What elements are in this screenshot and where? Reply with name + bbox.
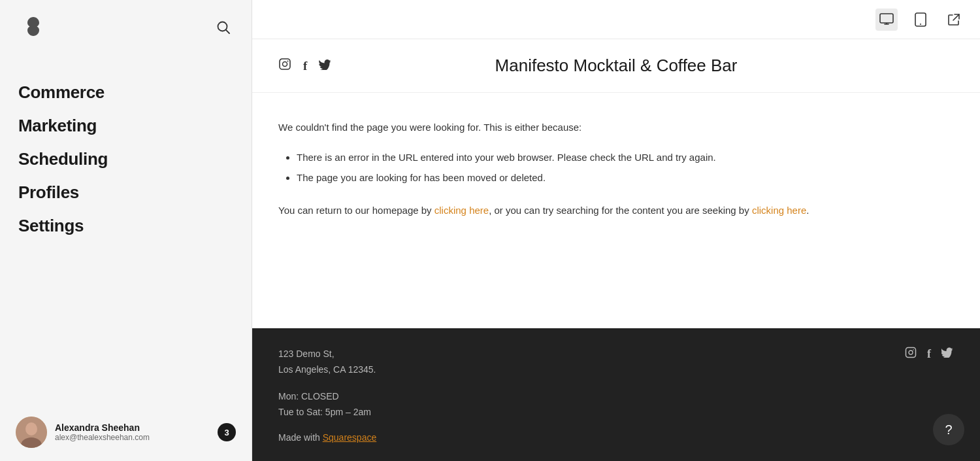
svg-point-16 — [909, 350, 913, 354]
avatar — [16, 417, 47, 448]
error-intro: We couldn't find the page you were looki… — [278, 119, 954, 136]
footer-twitter-icon[interactable] — [941, 347, 954, 361]
sidebar-item-profiles[interactable]: Profiles — [18, 176, 233, 209]
footer-instagram-icon[interactable] — [905, 347, 917, 362]
facebook-icon[interactable]: f — [303, 59, 307, 73]
cta-prefix: You can return to our homepage by — [278, 205, 434, 216]
footer-made-with: Made with Squarespace — [278, 432, 376, 443]
cta-link-1[interactable]: clicking here — [434, 205, 489, 216]
desktop-view-button[interactable] — [875, 9, 898, 31]
footer-facebook-icon[interactable]: f — [927, 347, 931, 361]
address-line2: Los Angeles, CA 12345. — [278, 364, 376, 375]
svg-rect-6 — [880, 14, 893, 23]
svg-point-13 — [283, 62, 287, 67]
made-with-prefix: Made with — [278, 432, 323, 443]
site-header: f Manifesto Mocktail & Coffee Bar — [252, 39, 980, 93]
squarespace-link[interactable]: Squarespace — [323, 432, 377, 443]
sidebar-item-scheduling[interactable]: Scheduling — [18, 143, 233, 176]
cta-suffix: . — [806, 205, 809, 216]
svg-point-4 — [25, 422, 37, 435]
site-footer: 123 Demo St, Los Angeles, CA 12345. Mon:… — [252, 328, 980, 461]
svg-rect-15 — [906, 347, 916, 357]
error-reason-1: There is an error in the URL entered int… — [297, 149, 954, 166]
footer-social-icons: f — [905, 347, 954, 362]
sidebar-top — [0, 0, 252, 56]
error-reasons: There is an error in the URL entered int… — [278, 149, 954, 186]
sidebar-item-settings[interactable]: Settings — [18, 209, 233, 243]
site-title: Manifesto Mocktail & Coffee Bar — [495, 56, 738, 76]
svg-rect-12 — [280, 59, 290, 69]
error-cta: You can return to our homepage by clicki… — [278, 202, 954, 219]
user-info: Alexandra Sheehan alex@thealexsheehan.co… — [55, 422, 210, 442]
hours-line1: Mon: CLOSED — [278, 391, 339, 401]
header-social-icons: f — [278, 58, 332, 74]
instagram-icon[interactable] — [278, 58, 291, 74]
svg-point-10 — [920, 24, 921, 25]
footer-left: 123 Demo St, Los Angeles, CA 12345. Mon:… — [278, 347, 376, 443]
svg-point-17 — [913, 349, 914, 350]
preview-area: f Manifesto Mocktail & Coffee Bar We cou… — [252, 39, 980, 461]
help-button[interactable]: ? — [933, 414, 964, 445]
user-name: Alexandra Sheehan — [55, 422, 210, 433]
notification-badge[interactable]: 3 — [218, 423, 236, 441]
address-line1: 123 Demo St, — [278, 349, 335, 359]
mobile-view-button[interactable] — [911, 9, 930, 31]
nav-menu: Commerce Marketing Scheduling Profiles S… — [0, 56, 252, 243]
footer-hours: Mon: CLOSED Tue to Sat: 5pm – 2am — [278, 389, 376, 420]
hours-line2: Tue to Sat: 5pm – 2am — [278, 407, 371, 417]
svg-line-11 — [953, 14, 959, 20]
error-content: We couldn't find the page you were looki… — [252, 93, 980, 328]
sidebar-item-marketing[interactable]: Marketing — [18, 109, 233, 143]
cta-link-2[interactable]: clicking here — [752, 205, 806, 216]
cta-mid: , or you can try searching for the conte… — [489, 205, 752, 216]
main-preview: f Manifesto Mocktail & Coffee Bar We cou… — [252, 0, 980, 461]
squarespace-logo[interactable] — [18, 12, 48, 44]
user-profile-bar[interactable]: Alexandra Sheehan alex@thealexsheehan.co… — [0, 403, 252, 461]
footer-address: 123 Demo St, Los Angeles, CA 12345. — [278, 347, 376, 378]
error-reason-2: The page you are looking for has been mo… — [297, 169, 954, 186]
topbar — [252, 0, 980, 39]
twitter-icon[interactable] — [319, 59, 332, 73]
svg-line-2 — [226, 29, 229, 33]
search-button[interactable] — [214, 18, 233, 39]
svg-point-14 — [287, 61, 289, 62]
user-email: alex@thealexsheehan.com — [55, 433, 210, 442]
sidebar-item-commerce[interactable]: Commerce — [18, 76, 233, 109]
external-link-button[interactable] — [943, 9, 964, 30]
sidebar: Commerce Marketing Scheduling Profiles S… — [0, 0, 252, 461]
